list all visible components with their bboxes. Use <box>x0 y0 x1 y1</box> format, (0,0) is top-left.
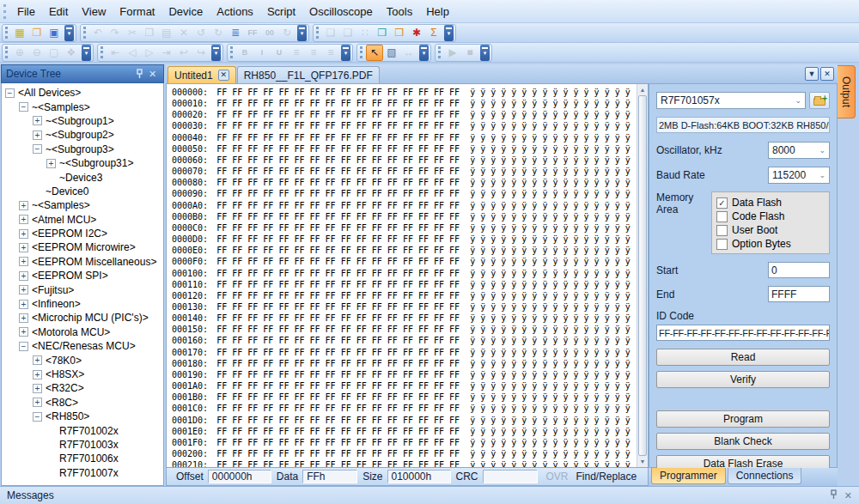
file-toolbar-overflow-button[interactable]: ▾ <box>64 25 74 41</box>
tab-list-dropdown-icon[interactable]: ▼ <box>805 67 819 81</box>
menu-view[interactable]: View <box>75 1 113 22</box>
checkbox-user-boot[interactable] <box>716 225 728 236</box>
checksum-sigma-icon[interactable]: Σ <box>425 25 442 41</box>
checkbox-option-bytes[interactable] <box>716 239 728 250</box>
tree-item[interactable]: +<R8C> <box>2 396 163 410</box>
expand-plus-icon[interactable]: + <box>19 229 28 239</box>
edit-toolbar-overflow-button[interactable]: ▾ <box>297 25 307 41</box>
navigation-toolbar-grip[interactable] <box>101 46 103 58</box>
file-toolbar-grip[interactable] <box>5 27 8 39</box>
tree-item[interactable]: +<Infineon> <box>2 297 163 311</box>
tree-item[interactable]: +<EEPROM I2C> <box>2 227 163 240</box>
collapse-minus-icon[interactable]: − <box>19 102 28 112</box>
tree-item[interactable]: R7F701002x <box>2 423 163 437</box>
save-icon[interactable]: ▣ <box>46 25 63 41</box>
oscillator-combo[interactable]: 8000 ⌄ <box>768 142 830 159</box>
collapse-minus-icon[interactable]: − <box>33 144 42 154</box>
device-tree-list[interactable]: −<All Devices>−~<Samples>+~<Subgroup1>+~… <box>1 83 164 486</box>
navigation-toolbar-overflow-button[interactable]: ▾ <box>211 45 221 61</box>
crc-field[interactable] <box>483 470 538 483</box>
tree-item[interactable]: −<NEC/Renesas MCU> <box>2 339 163 353</box>
scroll-down-icon[interactable]: ▼ <box>640 457 646 466</box>
pointer-icon[interactable]: ↖ <box>366 45 383 61</box>
tree-item[interactable]: R7F701006x <box>2 452 163 465</box>
device-select-combo[interactable]: R7F701057x ⌄ <box>656 92 806 109</box>
collapse-minus-icon[interactable]: − <box>5 88 15 98</box>
menu-file[interactable]: File <box>10 1 42 22</box>
menu-edit[interactable]: Edit <box>42 1 75 22</box>
zoom-toolbar-overflow-button[interactable]: ▾ <box>82 45 91 61</box>
expand-plus-icon[interactable]: + <box>33 116 42 125</box>
tools-toolbar-grip[interactable] <box>316 27 319 39</box>
menu-help[interactable]: Help <box>419 1 456 22</box>
start-address-field[interactable]: 0 <box>768 262 830 278</box>
expand-plus-icon[interactable]: + <box>19 201 28 210</box>
program-button[interactable]: Program <box>656 410 830 428</box>
format-toolbar-overflow-button[interactable]: ▾ <box>341 45 350 61</box>
menu-tools[interactable]: Tools <box>380 1 419 22</box>
new-device-icon[interactable]: ▦ <box>11 25 28 41</box>
tree-item[interactable]: +~<Subgroup31> <box>2 156 163 170</box>
data-field[interactable]: FFh <box>302 470 357 483</box>
expand-plus-icon[interactable]: + <box>19 243 28 252</box>
tab-connections[interactable]: Connections <box>728 468 802 484</box>
tree-item[interactable]: ~Device0 <box>2 185 163 198</box>
menu-actions[interactable]: Actions <box>210 1 260 22</box>
tree-item[interactable]: R7F701003x <box>2 438 163 452</box>
tree-item[interactable]: ~Device3 <box>2 170 163 184</box>
tree-item[interactable]: +<Motorola MCU> <box>2 325 163 339</box>
folder-tools-icon[interactable]: ❒ <box>391 25 408 41</box>
menubar-grip[interactable] <box>3 4 7 19</box>
expand-plus-icon[interactable]: + <box>46 159 56 168</box>
tab-output[interactable]: Output <box>838 65 856 118</box>
edit-toolbar-grip[interactable] <box>83 27 86 39</box>
menu-oscilloscope[interactable]: Oscilloscope <box>302 1 380 22</box>
checkbox-code-flash[interactable] <box>716 211 728 222</box>
collapse-minus-icon[interactable]: − <box>19 342 28 351</box>
close-icon[interactable]: ✕ <box>844 490 852 501</box>
close-icon[interactable]: ✕ <box>218 70 229 81</box>
tree-item[interactable]: +~<Subgroup2> <box>2 128 163 142</box>
tree-item[interactable]: −~<Samples> <box>2 100 163 113</box>
expand-plus-icon[interactable]: + <box>19 215 28 224</box>
tree-item[interactable]: −<RH850> <box>2 410 163 423</box>
tree-item[interactable]: +<H8SX> <box>2 367 163 381</box>
expand-plus-icon[interactable]: + <box>33 370 42 380</box>
collapse-minus-icon[interactable]: − <box>33 412 42 422</box>
pin-icon[interactable] <box>830 489 838 501</box>
tree-item[interactable]: +<78K0> <box>2 353 163 367</box>
run-toolbar-grip[interactable] <box>438 46 441 58</box>
document-icon[interactable]: ≣ <box>227 25 244 41</box>
menu-format[interactable]: Format <box>113 1 161 22</box>
expand-plus-icon[interactable]: + <box>19 300 28 309</box>
menu-script[interactable]: Script <box>260 1 302 22</box>
tree-item[interactable]: −<All Devices> <box>2 86 163 100</box>
pin-icon[interactable] <box>133 68 146 81</box>
expand-plus-icon[interactable]: + <box>19 285 28 295</box>
menu-device[interactable]: Device <box>161 1 210 22</box>
tree-item[interactable]: R7F701007x <box>2 466 163 480</box>
id-code-field[interactable]: FF-FF-FF-FF-FF-FF-FF-FF-FF-FF-FF-FF-FF-F… <box>656 325 830 341</box>
tree-item[interactable]: +<R32C> <box>2 381 163 395</box>
device-info-field[interactable]: 2MB D-Flash:64KB BOOT:32KB RH850/F1L <box>656 117 830 133</box>
size-field[interactable]: 010000h <box>387 470 451 483</box>
color-page-icon[interactable]: ❒ <box>374 25 391 41</box>
expand-plus-icon[interactable]: + <box>33 131 42 140</box>
tree-item[interactable]: +<Atmel MCU> <box>2 213 163 227</box>
close-icon[interactable]: ✕ <box>146 68 159 81</box>
expand-plus-icon[interactable]: + <box>33 355 42 365</box>
expand-plus-icon[interactable]: + <box>19 313 28 323</box>
hex-editor-canvas[interactable]: 000000:FF FF FF FF FF FF FF FF FF FF FF … <box>167 84 637 467</box>
scrollbar-thumb[interactable] <box>638 95 647 456</box>
tree-item[interactable]: +<Fujitsu> <box>2 282 163 296</box>
run-toolbar-overflow-button[interactable]: ▾ <box>480 45 490 61</box>
baud-rate-combo[interactable]: 115200 ⌄ <box>768 167 830 184</box>
read-button[interactable]: Read <box>656 349 830 366</box>
format-toolbar-grip[interactable] <box>230 46 233 58</box>
tree-item[interactable]: −~<Subgroup3> <box>2 143 163 156</box>
tab-programmer[interactable]: Programmer <box>651 468 726 484</box>
hex-scrollbar[interactable]: ▲ ▼ <box>637 84 648 467</box>
tree-item[interactable]: +~<Subgroup1> <box>2 114 163 128</box>
end-address-field[interactable]: FFFF <box>768 286 830 302</box>
document-tab-rh850-f1l-qfp176-pdf[interactable]: RH850__F1L_QFP176.PDF <box>237 66 380 83</box>
